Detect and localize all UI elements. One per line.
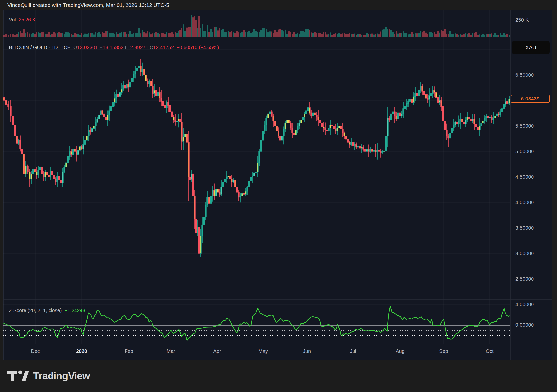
open-value: 13.02301 (77, 45, 98, 50)
symbol-legend[interactable]: BITCOIN / GOLD · 1D · ICE O 13.02301 H 1… (9, 45, 219, 50)
symbol-title: BITCOIN / GOLD (9, 45, 47, 50)
time-axis-label-sep: Sep (439, 348, 448, 354)
time-axis-label-dec: Dec (31, 348, 40, 354)
time-axis-label-may: May (258, 348, 268, 354)
volume-bars (3, 15, 510, 37)
volume-value: 25.26 K (19, 17, 36, 23)
time-axis-label-apr: Apr (213, 348, 221, 354)
time-axis-label-jun: Jun (303, 348, 311, 354)
time-axis-label-2020: 2020 (76, 348, 87, 354)
zscore-axis-label: 0.00000 (515, 322, 534, 328)
close-label: C (150, 45, 153, 50)
interval-label: 1D (51, 45, 58, 50)
high-label: H (99, 45, 103, 50)
chart-canvas[interactable] (0, 0, 557, 392)
price-axis-label: 2.50000 (515, 276, 534, 282)
tradingview-logo-icon (7, 370, 30, 382)
change-value: −0.60510 (−4.65%) (177, 45, 219, 50)
zscore-value: −1.24243 (65, 308, 85, 313)
close-value: 12.41752 (153, 45, 174, 50)
time-axis-label-oct: Oct (486, 348, 493, 354)
last-price-badge: 6.03439 (511, 95, 550, 103)
price-axis-label: 6.50000 (515, 72, 534, 78)
volume-label: Vol (9, 17, 16, 23)
open-label: O (73, 45, 77, 50)
zscore-label: Z Score (20, 2, 1, close) (9, 308, 62, 313)
zscore-axis-label: 4.00000 (515, 302, 534, 307)
time-axis-label-aug: Aug (396, 348, 405, 354)
exchange-label: ICE (62, 45, 71, 50)
candlesticks (3, 59, 510, 283)
currency-button-xau[interactable]: XAU (512, 41, 550, 54)
price-axis-label: 3.50000 (515, 225, 534, 231)
tradingview-branding[interactable]: TradingView (7, 370, 90, 382)
zscore-legend[interactable]: Z Score (20, 2, 1, close) −1.24243 (9, 308, 85, 313)
volume-axis-label: 250 K (515, 17, 529, 23)
legend-separator: · (58, 45, 62, 50)
low-label: L (125, 45, 127, 50)
time-axis-label-feb: Feb (125, 348, 133, 354)
low-value: 12.39271 (127, 45, 148, 50)
price-axis-label: 5.00000 (515, 149, 534, 154)
high-value: 13.15852 (103, 45, 123, 50)
price-axis-label: 4.50000 (515, 174, 534, 180)
tradingview-chart-page: { "header": { "watermark": "VinceQuill c… (0, 0, 557, 392)
time-axis-label-mar: Mar (167, 348, 175, 354)
tradingview-logo-text: TradingView (33, 370, 90, 382)
price-axis-label: 5.50000 (515, 123, 534, 129)
time-axis-label-jul: Jul (350, 348, 356, 354)
legend-separator: · (47, 45, 51, 50)
price-axis-label: 4.00000 (515, 200, 534, 205)
volume-legend[interactable]: Vol 25.26 K (9, 17, 36, 23)
price-axis-label: 3.00000 (515, 251, 534, 256)
